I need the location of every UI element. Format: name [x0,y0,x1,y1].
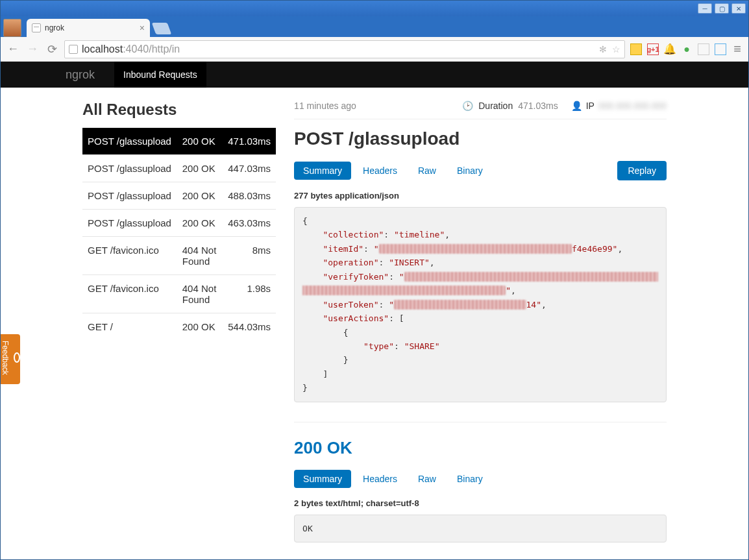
request-method-path: POST /glassupload [82,182,177,210]
requests-sidebar: All Requests POST /glassupload200 OK471.… [82,101,276,542]
request-status: 200 OK [177,128,223,155]
request-status: 200 OK [177,155,223,182]
page-viewport: ngrok Inbound Requests Feedback All Requ… [1,62,748,559]
tab-summary[interactable]: Summary [294,162,351,180]
tab-headers[interactable]: Headers [354,162,406,180]
browser-tabstrip: ngrok × [1,16,748,37]
paw-icon[interactable]: ✻ [599,44,607,55]
duration-label: Duration [478,101,513,111]
menu-icon[interactable]: ≡ [731,43,743,55]
bookmark-star-icon[interactable]: ☆ [612,44,620,55]
url-text: localhost:4040/http/in [82,43,180,55]
tab-raw[interactable]: Raw [409,470,445,488]
json-action-type: SHARE [409,341,434,351]
request-duration: 463.03ms [223,210,276,237]
json-itemid-suffix: f4e46e99 [572,244,613,254]
feedback-badge[interactable]: Feedback [1,334,20,384]
request-duration: 447.03ms [223,155,276,182]
requests-table: POST /glassupload200 OK471.03msPOST /gla… [82,128,276,340]
profile-avatar[interactable] [3,19,21,37]
request-title: POST /glassupload [294,128,667,149]
json-usertoken-suffix: 14 [526,300,537,310]
request-tabs: Summary Headers Raw Binary Replay [294,161,667,180]
new-tab-button[interactable] [152,23,172,34]
request-duration: 1.98s [223,275,276,313]
url-path: :4040/http/in [123,43,180,55]
request-status: 200 OK [177,210,223,237]
response-status: 200 OK [294,438,667,458]
duration-value: 471.03ms [518,101,558,111]
time-ago: 11 minutes ago [294,101,356,111]
request-method-path: GET / [82,313,177,341]
response-tabs: Summary Headers Raw Binary [294,470,667,488]
green-dot-icon[interactable]: ● [681,43,693,55]
feedback-label: Feedback [1,341,10,375]
forward-button[interactable]: → [25,42,40,56]
bell-icon[interactable]: 🔔 [664,43,676,55]
browser-tab[interactable]: ngrok × [27,19,150,37]
page-icon [32,23,41,32]
response-body-meta: 2 bytes text/html; charset=utf-8 [294,498,667,508]
titlebar: ─ ▢ ✕ [1,1,748,16]
reload-button[interactable]: ⟳ [45,42,59,56]
tab-title: ngrok [45,23,64,32]
table-row[interactable]: GET /200 OK544.03ms [82,313,276,341]
json-operation: INSERT [394,258,424,267]
request-duration: 488.03ms [223,182,276,210]
tab-summary[interactable]: Summary [294,470,351,488]
table-row[interactable]: POST /glassupload200 OK488.03ms [82,182,276,210]
request-method-path: POST /glassupload [82,155,177,182]
request-body-meta: 277 bytes application/json [294,191,667,201]
table-row[interactable]: POST /glassupload200 OK447.03ms [82,155,276,182]
window-frame: ─ ▢ ✕ ngrok × ← → ⟳ localhost:4040/http/… [0,0,749,560]
close-window-button[interactable]: ✕ [731,3,746,14]
table-row[interactable]: POST /glassupload200 OK463.03ms [82,210,276,237]
request-method-path: POST /glassupload [82,128,177,155]
site-icon [69,45,78,54]
request-detail: 11 minutes ago 🕑 Duration 471.03ms 👤 IP … [294,101,667,542]
extension-icon[interactable] [630,43,642,55]
request-status: 200 OK [177,182,223,210]
request-duration: 471.03ms [223,128,276,155]
request-status: 404 Not Found [177,237,223,275]
replay-button[interactable]: Replay [617,161,667,180]
table-row[interactable]: POST /glassupload200 OK471.03ms [82,128,276,155]
brand[interactable]: ngrok [66,68,95,82]
json-collection: timeline [399,230,440,239]
table-row[interactable]: GET /favicon.ico404 Not Found8ms [82,237,276,275]
browser-toolbar: ← → ⟳ localhost:4040/http/in ✻ ☆ g+1 🔔 ●… [1,37,748,62]
ip-label: IP [586,101,595,111]
extension-icons: g+1 🔔 ● ≡ [630,43,743,55]
close-tab-icon[interactable]: × [140,23,145,33]
request-method-path: POST /glassupload [82,210,177,237]
request-status: 200 OK [177,313,223,341]
google-plus-icon[interactable]: g+1 [647,43,659,55]
minimize-button[interactable]: ─ [698,3,712,14]
extension-icon[interactable] [698,43,709,55]
sidebar-title: All Requests [82,101,276,119]
app-navbar: ngrok Inbound Requests [1,62,748,88]
url-host: localhost [82,43,123,55]
tab-binary[interactable]: Binary [448,162,492,180]
request-method-path: GET /favicon.ico [82,237,177,275]
response-body: OK [294,515,667,542]
tab-binary[interactable]: Binary [448,470,492,488]
ip-value: 000.000.000.000 [598,101,667,111]
back-button[interactable]: ← [6,42,20,56]
table-row[interactable]: GET /favicon.ico404 Not Found1.98s [82,275,276,313]
tab-raw[interactable]: Raw [409,162,445,180]
nav-inbound-requests[interactable]: Inbound Requests [114,62,206,88]
request-body-json: { "collection": "timeline", "itemId": "x… [294,207,667,402]
user-icon: 👤 [571,101,582,111]
request-duration: 8ms [223,237,276,275]
bullhorn-icon [14,352,20,363]
maximize-button[interactable]: ▢ [715,3,729,14]
address-bar[interactable]: localhost:4040/http/in ✻ ☆ [64,40,625,58]
extension-icon[interactable] [715,43,726,55]
request-status: 404 Not Found [177,275,223,313]
tab-headers[interactable]: Headers [354,470,406,488]
request-duration: 544.03ms [223,313,276,341]
request-method-path: GET /favicon.ico [82,275,177,313]
separator [294,422,667,422]
meta-bar: 11 minutes ago 🕑 Duration 471.03ms 👤 IP … [294,101,667,119]
